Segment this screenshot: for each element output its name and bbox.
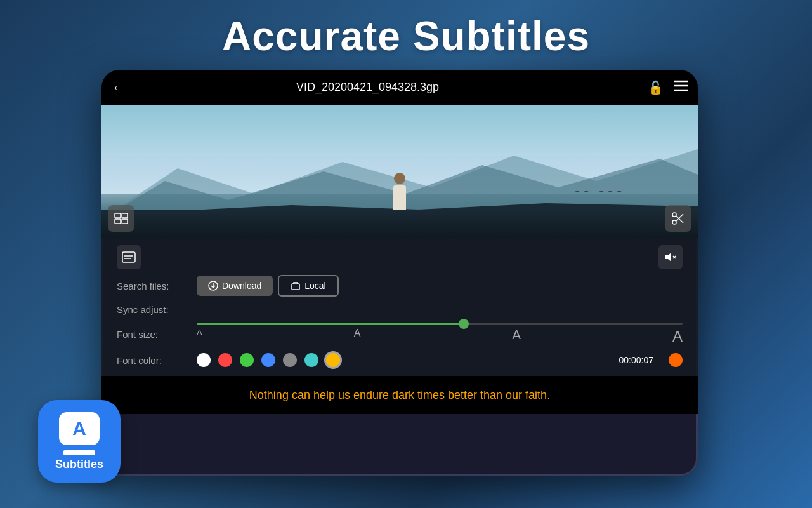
local-button[interactable]: Local [278, 275, 338, 297]
font-color-label: Font color: [117, 355, 187, 366]
app-bar: ← VID_20200421_094328.3gp 🔓 [102, 70, 698, 105]
font-size-label-md2: A [513, 328, 521, 345]
font-color-dots [197, 353, 340, 367]
font-size-row: Font size: A A A A [117, 319, 683, 349]
sync-adjust-label: Sync adjust: [117, 304, 187, 315]
controls-panel: Search files: Download Local [102, 238, 698, 376]
font-color-row: Font color: 00:00:07 [117, 349, 683, 371]
svg-rect-14 [122, 252, 135, 262]
subtitle-icon-row [117, 243, 683, 271]
color-cyan[interactable] [304, 353, 318, 367]
svg-rect-6 [115, 213, 121, 218]
svg-rect-9 [122, 219, 128, 224]
app-icon-label: Subtitles [55, 458, 103, 471]
font-size-label: Font size: [117, 329, 187, 340]
birds [575, 191, 622, 194]
local-label: Local [304, 281, 325, 291]
app-bar-icons: 🔓 [648, 80, 688, 95]
gallery-button[interactable] [108, 205, 134, 232]
svg-point-10 [672, 220, 676, 224]
color-red[interactable] [218, 353, 232, 367]
svg-marker-17 [665, 253, 671, 262]
font-size-slider-fill [197, 323, 464, 325]
search-files-row: Search files: Download Local [117, 271, 683, 300]
subtitle-icon-left[interactable] [117, 245, 141, 269]
device-frame: ← VID_20200421_094328.3gp 🔓 [102, 70, 698, 476]
app-icon-inner: A [59, 412, 100, 445]
font-size-label-md1: A [354, 328, 361, 345]
svg-rect-7 [122, 213, 128, 218]
font-size-labels: A A A A [197, 328, 683, 345]
filename-title: VID_20200421_094328.3gp [136, 81, 599, 94]
back-button[interactable]: ← [112, 79, 126, 96]
color-blue[interactable] [261, 353, 275, 367]
volume-icon[interactable] [658, 245, 683, 269]
color-green[interactable] [240, 353, 254, 367]
cut-button[interactable] [665, 205, 691, 232]
color-gray[interactable] [283, 353, 297, 367]
subtitle-text: Nothing can help us endure dark times be… [249, 389, 550, 402]
app-icon-letter: A [72, 418, 86, 439]
search-files-label: Search files: [117, 281, 187, 291]
download-button[interactable]: Download [197, 276, 273, 296]
lock-icon[interactable]: 🔓 [648, 80, 664, 95]
font-size-slider-thumb[interactable] [459, 319, 469, 329]
time-display: 00:00:07 [619, 355, 654, 365]
font-size-slider-track [197, 323, 683, 325]
color-yellow[interactable] [326, 353, 340, 367]
color-orange[interactable] [669, 353, 683, 367]
monitor-stand [63, 450, 95, 455]
color-white[interactable] [197, 353, 211, 367]
list-icon[interactable] [674, 80, 688, 95]
sync-adjust-row: Sync adjust: [117, 300, 683, 319]
font-size-control: A A A A [197, 323, 683, 345]
svg-point-11 [672, 213, 676, 217]
page-title: Accurate Subtitles [0, 0, 812, 60]
svg-rect-8 [115, 219, 121, 224]
subtitle-bar: Nothing can help us endure dark times be… [102, 376, 698, 414]
figure [393, 173, 406, 214]
svg-rect-22 [292, 284, 299, 290]
download-label: Download [222, 281, 261, 291]
video-player [102, 105, 698, 238]
search-buttons: Download Local [197, 275, 339, 297]
font-size-label-lg: A [672, 328, 683, 345]
water-reflection [102, 210, 698, 238]
font-size-label-sm: A [197, 328, 202, 345]
app-icon-overlay: A Subtitles [38, 400, 121, 483]
